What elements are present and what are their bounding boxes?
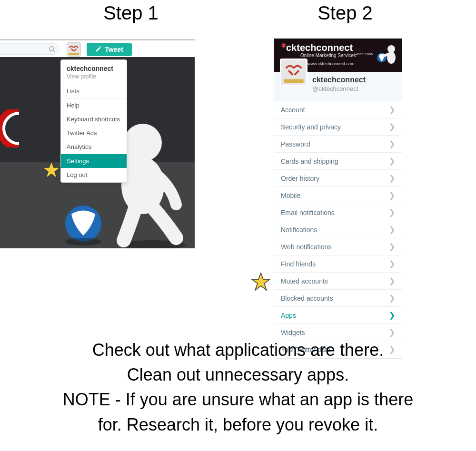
settings-navigation-list: Account❯Security and privacy❯Password❯Ca…: [274, 101, 402, 358]
profile-avatar[interactable]: [280, 59, 307, 86]
dropdown-item-twitter-ads[interactable]: Twitter Ads: [61, 126, 127, 140]
caption-line2: Clean out unnecessary apps.: [19, 363, 457, 387]
svg-rect-10: [69, 53, 79, 55]
tweet-button[interactable]: Tweet: [87, 43, 132, 56]
banner-since: Since 2009: [354, 52, 373, 56]
settings-row-label: Web notifications: [281, 243, 331, 251]
settings-row-label: Account: [281, 106, 305, 114]
profile-handle: @cktechconnect: [312, 85, 358, 92]
dropdown-username: cktechconnect: [67, 65, 121, 72]
chevron-right-icon: ❯: [389, 311, 395, 320]
chevron-right-icon: ❯: [389, 208, 395, 217]
banner-character-icon: [376, 43, 399, 67]
profile-avatar-icon[interactable]: [67, 42, 81, 57]
search-input[interactable]: [0, 43, 60, 55]
settings-row-account[interactable]: Account❯: [274, 101, 402, 118]
settings-row-web-notifications[interactable]: Web notifications❯: [274, 238, 402, 255]
chevron-right-icon: ❯: [389, 122, 395, 131]
banner-tagline: Online Marketing Services: [300, 53, 356, 58]
settings-row-password[interactable]: Password❯: [274, 136, 402, 153]
dropdown-item-lists[interactable]: Lists: [61, 84, 127, 98]
settings-row-label: Apps: [281, 312, 296, 319]
chevron-right-icon: ❯: [389, 294, 395, 303]
settings-row-email-notifications[interactable]: Email notifications❯: [274, 204, 402, 221]
chevron-right-icon: ❯: [389, 276, 395, 285]
settings-row-label: Muted accounts: [281, 277, 328, 285]
red-o-fragment: [0, 109, 19, 147]
caption-line1: Check out what applications are there.: [19, 338, 457, 363]
profile-row: cktechconnect @cktechconnect: [274, 72, 402, 101]
settings-row-find-friends[interactable]: Find friends❯: [274, 255, 402, 273]
dropdown-header[interactable]: cktechconnect View profile: [61, 60, 127, 84]
tweet-button-label: Tweet: [105, 46, 123, 53]
step1-screenshot: Tweet cktechconnect View profile Lists H…: [0, 39, 195, 248]
step1-topbar: Tweet: [0, 40, 195, 57]
chevron-right-icon: ❯: [389, 242, 395, 251]
caption-line3: NOTE - If you are unsure what an app is …: [19, 387, 457, 412]
profile-name: cktechconnect: [312, 76, 366, 84]
settings-row-label: Widgets: [281, 329, 305, 336]
star-icon: [42, 160, 61, 179]
chevron-right-icon: ❯: [389, 105, 395, 114]
dropdown-item-keyboard-shortcuts[interactable]: Keyboard shortcuts: [61, 112, 127, 126]
dropdown-item-settings[interactable]: Settings: [61, 154, 127, 168]
settings-row-label: Password: [281, 140, 310, 148]
compose-icon: [95, 45, 102, 54]
svg-point-7: [50, 47, 54, 51]
banner-url: www.cktechconnect.com: [307, 61, 355, 66]
step2-screenshot: ✱cktechconnect Online Marketing Services…: [274, 38, 402, 359]
chevron-right-icon: ❯: [389, 191, 395, 200]
chevron-right-icon: ❯: [389, 157, 395, 166]
settings-row-label: Mobile: [281, 192, 300, 199]
settings-row-label: Notifications: [281, 226, 317, 234]
settings-row-label: Blocked accounts: [281, 294, 333, 302]
settings-row-mobile[interactable]: Mobile❯: [274, 187, 402, 204]
chevron-right-icon: ❯: [389, 259, 395, 268]
settings-row-label: Order history: [281, 175, 319, 182]
chevron-right-icon: ❯: [389, 139, 395, 148]
settings-row-label: Email notifications: [281, 209, 335, 216]
step1-title: Step 1: [43, 2, 219, 24]
settings-row-cards-and-shipping[interactable]: Cards and shipping❯: [274, 153, 402, 170]
dropdown-item-help[interactable]: Help: [61, 98, 127, 112]
settings-row-label: Cards and shipping: [281, 157, 338, 165]
svg-rect-15: [284, 79, 303, 83]
settings-row-notifications[interactable]: Notifications❯: [274, 221, 402, 238]
search-icon: [49, 46, 55, 54]
settings-row-order-history[interactable]: Order history❯: [274, 170, 402, 187]
svg-line-8: [53, 50, 55, 52]
banner-brand: ✱cktechconnect: [281, 42, 353, 53]
dropdown-item-logout[interactable]: Log out: [61, 168, 127, 182]
star-icon: [251, 272, 270, 291]
settings-row-muted-accounts[interactable]: Muted accounts❯: [274, 273, 402, 290]
caption-line4: for. Research it, before you revoke it.: [19, 412, 457, 437]
settings-row-blocked-accounts[interactable]: Blocked accounts❯: [274, 290, 402, 307]
settings-row-security-and-privacy[interactable]: Security and privacy❯: [274, 118, 402, 136]
settings-row-label: Security and privacy: [281, 123, 341, 131]
dropdown-item-analytics[interactable]: Analytics: [61, 140, 127, 154]
chevron-right-icon: ❯: [389, 328, 395, 337]
profile-dropdown-menu: cktechconnect View profile Lists Help Ke…: [60, 59, 127, 183]
instruction-caption: Check out what applications are there. C…: [19, 338, 457, 437]
svg-point-1: [65, 238, 101, 245]
chevron-right-icon: ❯: [389, 174, 395, 183]
settings-row-apps[interactable]: Apps❯: [274, 307, 402, 324]
step2-title: Step 2: [274, 2, 416, 24]
dropdown-view-profile: View profile: [67, 73, 121, 80]
chevron-right-icon: ❯: [389, 225, 395, 234]
settings-row-label: Find friends: [281, 260, 316, 268]
